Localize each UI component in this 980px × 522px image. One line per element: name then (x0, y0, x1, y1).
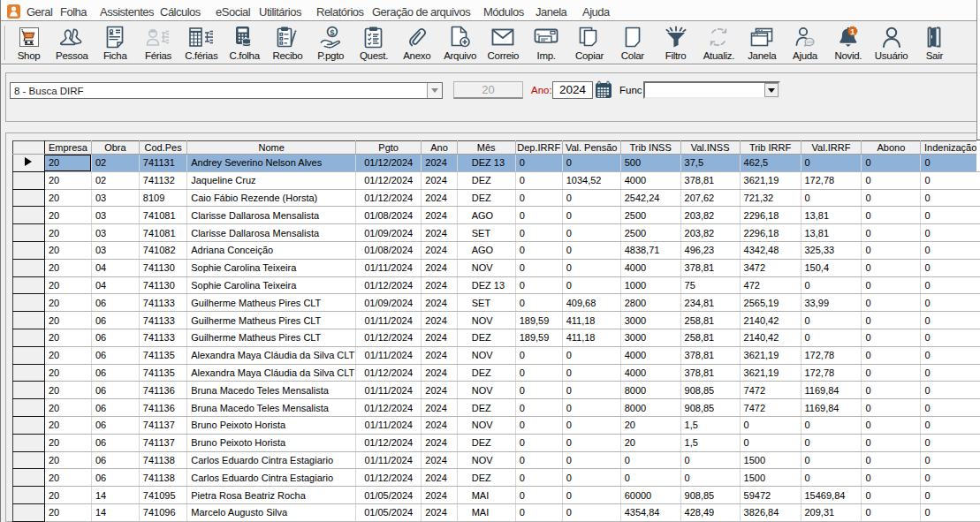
svg-text:1: 1 (850, 26, 855, 35)
svg-text:$: $ (330, 26, 336, 36)
